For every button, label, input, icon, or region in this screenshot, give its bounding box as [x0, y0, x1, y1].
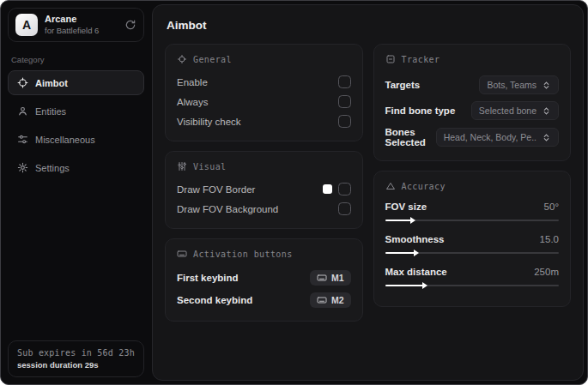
general-card: General Enable Always Visibility check [165, 44, 363, 141]
scan-crosshair-icon [177, 54, 187, 64]
chevron-up-down-icon [542, 81, 551, 90]
setting-row-second-keybind: Second keybind M2 [177, 289, 351, 311]
sidebar: A Arcane for Battlefield 6 Category Aimb… [1, 1, 151, 384]
keybind-value: M2 [331, 295, 344, 305]
adjustments-icon [177, 161, 187, 171]
sliders-icon [17, 134, 28, 145]
setting-label: Visibility check [177, 117, 241, 127]
targets-select[interactable]: Bots, Teams [479, 75, 559, 94]
slider-fill [385, 220, 411, 221]
app-subtitle: for Battlefield 6 [45, 26, 99, 36]
app-window: A Arcane for Battlefield 6 Category Aimb… [0, 0, 588, 385]
app-title: Arcane [45, 14, 99, 26]
sidebar-item-label: Entities [35, 106, 66, 117]
sidebar-item-label: Settings [35, 163, 70, 173]
sidebar-nav: Aimbot Entities Miscellaneous Settings [8, 70, 144, 180]
select-value: Selected bone [479, 105, 536, 116]
card-title: Visual [193, 162, 227, 171]
slider-fill [385, 285, 424, 286]
slider-label: Smoothness [385, 234, 445, 244]
sidebar-item-settings[interactable]: Settings [8, 155, 144, 180]
sidebar-item-miscellaneous[interactable]: Miscellaneous [8, 127, 144, 152]
tracker-card: Tracker Targets Bots, Teams Find bone ty… [373, 44, 572, 161]
fov-border-color-swatch[interactable] [323, 184, 332, 194]
draw-fov-border-checkbox[interactable] [338, 183, 351, 196]
setting-row-targets: Targets Bots, Teams [385, 72, 560, 98]
triangle-icon [385, 181, 396, 191]
slider-value: 15.0 [540, 234, 559, 244]
chevron-up-down-icon [542, 106, 551, 116]
session-duration-text: session duration 29s [17, 360, 135, 370]
fov-size-slider-group: FOV size 50° [385, 199, 560, 232]
keyboard-icon [317, 295, 327, 305]
crosshair-icon [17, 77, 28, 88]
gear-icon [17, 162, 28, 173]
box-minus-icon [385, 54, 396, 64]
setting-label: Targets [385, 80, 421, 90]
bones-selected-select[interactable]: Head, Neck, Body, Pe.. [436, 128, 559, 147]
setting-row-enable: Enable [177, 72, 351, 92]
activation-card: Activation buttons First keybind M1 Seco… [165, 238, 363, 322]
left-column: General Enable Always Visibility check [165, 44, 363, 322]
slider-value: 50° [544, 202, 559, 212]
setting-label: Find bone type [385, 105, 456, 116]
sidebar-item-label: Aimbot [35, 78, 68, 88]
max-distance-slider[interactable] [385, 285, 560, 286]
enable-checkbox[interactable] [338, 75, 351, 88]
keyboard-icon [317, 273, 327, 283]
sidebar-item-entities[interactable]: Entities [8, 99, 144, 123]
app-logo: A [15, 14, 38, 36]
setting-label: Bones Selected [385, 127, 436, 147]
sidebar-item-aimbot[interactable]: Aimbot [8, 70, 144, 95]
subscription-box: Sub expires in 56d 23h session duration … [8, 340, 144, 377]
main-panel: Aimbot General Enable Alw [152, 4, 584, 381]
logo-card: A Arcane for Battlefield 6 [8, 8, 144, 42]
sub-expiry-text: Sub expires in 56d 23h [17, 348, 135, 358]
select-value: Head, Neck, Body, Pe.. [444, 132, 536, 142]
right-column: Tracker Targets Bots, Teams Find bone ty… [373, 44, 572, 307]
accuracy-card: Accuracy FOV size 50° Smoothness [373, 171, 572, 307]
page-title: Aimbot [167, 19, 571, 32]
setting-row-visibility-check: Visibility check [177, 111, 351, 131]
slider-label: Max distance [385, 267, 447, 277]
fov-size-slider[interactable] [385, 220, 560, 221]
setting-label: Draw FOV Background [177, 204, 278, 214]
find-bone-type-select[interactable]: Selected bone [471, 101, 559, 120]
smoothness-slider[interactable] [385, 252, 560, 254]
setting-row-draw-fov-border: Draw FOV Border [177, 179, 351, 199]
setting-row-always: Always [177, 92, 351, 111]
smoothness-slider-group: Smoothness 15.0 [385, 232, 560, 264]
keybind-value: M1 [331, 273, 344, 283]
slider-value: 250m [534, 267, 559, 277]
slider-fill [385, 252, 415, 254]
setting-row-draw-fov-background: Draw FOV Background [177, 199, 351, 219]
draw-fov-background-checkbox[interactable] [338, 202, 351, 215]
first-keybind-button[interactable]: M1 [310, 270, 351, 286]
visibility-check-checkbox[interactable] [338, 115, 351, 128]
card-title: Tracker [402, 55, 440, 64]
setting-label: Second keybind [177, 295, 252, 305]
sidebar-item-label: Miscellaneous [35, 135, 95, 145]
setting-label: First keybind [177, 273, 239, 283]
refresh-icon[interactable] [124, 19, 136, 31]
logo-text: Arcane for Battlefield 6 [45, 14, 99, 36]
always-checkbox[interactable] [338, 95, 351, 108]
sidebar-spacer [8, 180, 144, 340]
setting-row-first-keybind: First keybind M1 [177, 267, 351, 289]
max-distance-slider-group: Max distance 250m [385, 264, 560, 297]
card-title: Accuracy [402, 182, 446, 191]
chevron-up-down-icon [542, 133, 551, 142]
card-title: General [193, 55, 232, 64]
keyboard-icon [177, 249, 187, 259]
category-label: Category [11, 55, 141, 64]
setting-row-bones-selected: Bones Selected Head, Neck, Body, Pe.. [385, 123, 560, 151]
second-keybind-button[interactable]: M2 [310, 292, 351, 308]
card-title: Activation buttons [193, 250, 293, 259]
setting-row-find-bone-type: Find bone type Selected bone [385, 98, 560, 123]
setting-label: Always [177, 97, 208, 107]
setting-label: Enable [177, 77, 208, 87]
person-icon [17, 105, 28, 117]
visual-card: Visual Draw FOV Border Draw FOV Backgrou… [165, 151, 363, 229]
select-value: Bots, Teams [487, 80, 536, 90]
setting-label: Draw FOV Border [177, 184, 255, 195]
